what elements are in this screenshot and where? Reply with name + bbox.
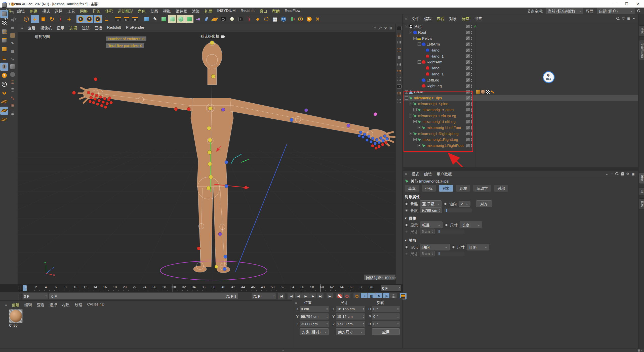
material-thumbnail[interactable] bbox=[9, 309, 23, 323]
dock-tab-构造[interactable]: 构造 bbox=[639, 198, 644, 209]
last-tool-psr-icon[interactable]: PSR bbox=[56, 15, 65, 23]
layer-toggle-icon[interactable] bbox=[466, 120, 470, 123]
coord-input-尺寸-X[interactable]: 16.156 cm▴▾ bbox=[336, 306, 365, 312]
expand-icon[interactable]: − bbox=[413, 37, 417, 40]
length-radio[interactable] bbox=[405, 209, 408, 212]
strip-bars-icon[interactable]: ☰ bbox=[396, 55, 402, 60]
coord-input-旋转-B[interactable]: 0 °▴▾ bbox=[372, 321, 400, 327]
expand-icon[interactable]: − bbox=[413, 138, 417, 141]
scale-tool-icon[interactable] bbox=[39, 15, 48, 23]
coordinate-system-icon[interactable] bbox=[102, 15, 110, 23]
viewport-nav-icon-2[interactable]: ↻ bbox=[384, 26, 387, 30]
menu-item-面板[interactable]: 面板 bbox=[92, 25, 105, 30]
compass-icon[interactable] bbox=[296, 15, 305, 23]
current-frame-input[interactable]: 0 F▴▾ bbox=[23, 293, 48, 299]
menu-item-RealFlow[interactable]: RealFlow bbox=[282, 8, 303, 14]
visibility-dots-icon[interactable] bbox=[471, 138, 472, 141]
snap-icon[interactable]: S bbox=[0, 71, 8, 79]
align-workplane-icon[interactable] bbox=[0, 115, 8, 123]
lock-workplane-icon[interactable] bbox=[0, 107, 8, 115]
layer-toggle-icon[interactable] bbox=[466, 102, 470, 106]
bone-size-radio[interactable] bbox=[405, 230, 408, 233]
palette-cube-icon[interactable] bbox=[9, 63, 16, 70]
visibility-dots-icon[interactable] bbox=[471, 72, 472, 76]
layer-toggle-icon[interactable] bbox=[466, 78, 470, 82]
object-manager-menu-icon[interactable]: ≡ bbox=[405, 16, 407, 21]
sketch-icon[interactable]: S bbox=[305, 15, 313, 23]
palette-dots-icon-1[interactable] bbox=[9, 79, 16, 85]
lock-x-axis-icon[interactable]: X bbox=[76, 15, 85, 23]
menu-item-网格[interactable]: 网格 bbox=[77, 8, 90, 14]
weight-tag-icon[interactable] bbox=[476, 90, 480, 94]
am-panel-icon[interactable]: ▣ bbox=[632, 172, 635, 176]
menu-item-显示[interactable]: 显示 bbox=[54, 25, 67, 30]
tree-item-Hand_1[interactable]: Hand_1 bbox=[403, 53, 638, 59]
strip-dots-icon-6[interactable] bbox=[396, 76, 402, 82]
viewport-nav-icon-0[interactable]: ✛ bbox=[374, 26, 376, 30]
tree-item-Ch36[interactable]: +Ch36 bbox=[403, 89, 638, 95]
visibility-dots-icon[interactable] bbox=[471, 24, 472, 28]
menu-item-跟踪器[interactable]: 跟踪器 bbox=[173, 8, 189, 14]
layer-toggle-icon[interactable] bbox=[466, 42, 470, 46]
menu-item-体积[interactable]: 体积 bbox=[103, 8, 115, 14]
menu-item-用户数据[interactable]: 用户数据 bbox=[434, 171, 454, 177]
transport-drag-handle[interactable] bbox=[19, 293, 22, 299]
layout-screen-icon[interactable] bbox=[396, 25, 402, 31]
menu-item-选择[interactable]: 选择 bbox=[47, 302, 60, 307]
tree-item-Pelvis[interactable]: −Pelvis bbox=[403, 35, 638, 41]
layer-toggle-icon[interactable] bbox=[466, 49, 470, 52]
material-tag-icon[interactable] bbox=[481, 90, 485, 94]
coord-input-尺寸-Y[interactable]: 15.12 cm▴▾ bbox=[336, 313, 365, 320]
render-marked-icon[interactable]: ▶ bbox=[122, 15, 131, 23]
tree-item-Hand[interactable]: Hand bbox=[403, 47, 638, 53]
coord-input-位置-Y[interactable]: 99.754 cm▴▾ bbox=[300, 313, 329, 320]
strip-dots-icon-3[interactable] bbox=[396, 47, 402, 53]
tree-item-mixamorig1:Spine1[interactable]: +mixamorig1:Spine1 bbox=[403, 107, 638, 113]
move-tool-icon[interactable]: + bbox=[31, 15, 39, 23]
menu-item-Redshift[interactable]: Redshift bbox=[238, 8, 257, 14]
joint-size-input[interactable]: 5 cm▴▾ bbox=[420, 251, 435, 256]
array-icon[interactable]: ▦ bbox=[271, 15, 279, 23]
visibility-dots-icon[interactable] bbox=[471, 90, 472, 94]
menu-item-查看[interactable]: 查看 bbox=[434, 16, 447, 21]
field-ring-icon[interactable] bbox=[262, 15, 270, 23]
om-filter-icon[interactable]: ▽ bbox=[622, 17, 625, 20]
am-forward-icon[interactable]: ↑ bbox=[611, 172, 613, 176]
menu-item-模式[interactable]: 模式 bbox=[40, 8, 52, 14]
layer-toggle-icon[interactable] bbox=[466, 96, 470, 100]
palette-arrow-icon[interactable]: ↘ bbox=[9, 56, 16, 62]
quantize-icon[interactable]: S bbox=[0, 80, 8, 88]
camera-name-label[interactable]: 默认摄像机 bbox=[200, 33, 224, 39]
tree-item-mixamorig1:RightUpLeg[interactable]: −mixamorig1:RightUpLeg bbox=[403, 130, 638, 137]
visibility-dots-icon[interactable] bbox=[471, 84, 472, 88]
menu-item-创建[interactable]: 创建 bbox=[27, 8, 40, 14]
menu-item-过滤[interactable]: 过滤 bbox=[79, 25, 92, 30]
dock-tab-层[interactable]: 层 bbox=[639, 187, 644, 195]
visibility-dots-icon[interactable] bbox=[471, 96, 472, 100]
phong-tag-icon[interactable] bbox=[491, 90, 495, 94]
search-icon[interactable] bbox=[637, 9, 640, 13]
am-back-icon[interactable]: ← bbox=[606, 172, 609, 176]
drop-deformer-icon[interactable]: ◆ bbox=[254, 15, 262, 23]
joint-sizemode-select[interactable]: 骨骼⌄ bbox=[467, 244, 489, 250]
visibility-dots-icon[interactable] bbox=[471, 108, 472, 112]
menu-item-帮助[interactable]: 帮助 bbox=[270, 8, 282, 14]
volume-icon[interactable] bbox=[185, 15, 193, 23]
ruler-frame-input[interactable]: 0 F▴▾ bbox=[381, 285, 401, 291]
expand-icon[interactable]: − bbox=[405, 25, 408, 28]
bone-size-input[interactable]: 5 cm▴▾ bbox=[420, 229, 435, 234]
menu-item-书签[interactable]: 书签 bbox=[472, 16, 485, 21]
om-search-icon[interactable] bbox=[616, 17, 620, 20]
interface-select[interactable]: 启动 (用户)⌄ bbox=[597, 8, 635, 14]
expand-icon[interactable]: + bbox=[405, 90, 408, 94]
status-menu-icon[interactable]: ≡ bbox=[282, 349, 284, 352]
layer-toggle-icon[interactable] bbox=[466, 126, 470, 129]
visibility-dots-icon[interactable] bbox=[471, 144, 472, 147]
am-config-icon[interactable]: ⚙ bbox=[626, 172, 629, 176]
end-frame-input[interactable]: 71 F▴▾ bbox=[252, 293, 276, 299]
joint-size-radio[interactable] bbox=[405, 252, 408, 255]
menu-item-标签[interactable]: 标签 bbox=[459, 16, 472, 21]
layer-toggle-icon[interactable] bbox=[466, 90, 470, 94]
coord-input-尺寸-Z[interactable]: 1.963 cm▴▾ bbox=[336, 321, 365, 327]
expand-icon[interactable]: − bbox=[409, 114, 412, 117]
